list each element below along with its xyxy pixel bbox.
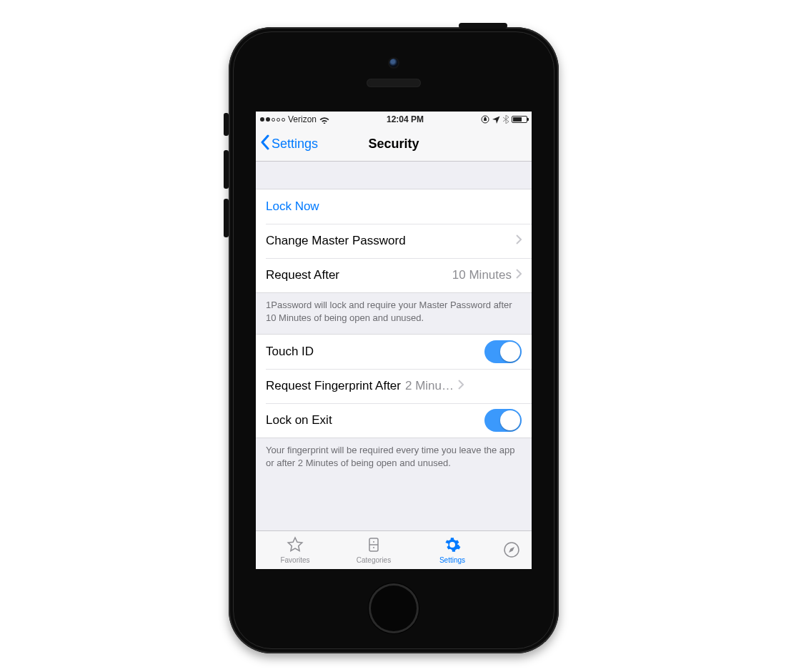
volume-up-button [224,150,229,189]
power-button [459,23,507,29]
status-bar: Verizon 12:04 PM [256,112,532,127]
chevron-left-icon [260,134,270,154]
tab-bar: Favorites Categories Settings [256,530,532,569]
tab-browser[interactable] [492,531,532,569]
volume-down-button [224,199,229,237]
row-lock-now[interactable]: Lock Now [256,189,532,224]
lock-now-label: Lock Now [266,199,319,214]
phone-frame: Verizon 12:04 PM [229,27,559,653]
lock-on-exit-label: Lock on Exit [266,413,332,428]
compass-icon [502,541,521,560]
row-request-fingerprint-after[interactable]: Request Fingerprint After 2 Minu… [256,369,532,403]
row-change-master-password[interactable]: Change Master Password [256,224,532,258]
categories-icon [364,536,383,555]
group1-footer: 1Password will lock and require your Mas… [256,293,532,334]
fingerprint-after-value: 2 Minu… [405,379,454,393]
tab-label: Settings [439,556,465,564]
row-request-after[interactable]: Request After 10 Minutes [256,258,532,292]
location-icon [492,116,500,124]
mute-switch [224,113,229,136]
wifi-icon [319,116,329,124]
row-touch-id: Touch ID [256,335,532,369]
home-button[interactable] [369,583,419,633]
tab-label: Categories [357,556,391,564]
tab-favorites[interactable]: Favorites [256,531,334,569]
earpiece-speaker [367,79,421,87]
tab-settings[interactable]: Settings [413,531,492,569]
fingerprint-after-label: Request Fingerprint After [266,379,401,393]
status-time: 12:04 PM [329,114,481,124]
orientation-lock-icon [481,115,489,124]
back-button[interactable]: Settings [260,134,318,154]
tab-categories[interactable]: Categories [334,531,413,569]
row-lock-on-exit: Lock on Exit [256,403,532,438]
svg-point-3 [373,541,374,543]
tab-label: Favorites [280,556,309,564]
back-label: Settings [272,137,318,152]
touch-id-toggle[interactable] [484,340,522,363]
svg-point-4 [373,547,374,548]
group-touch-id: Touch ID Request Fingerprint After 2 Min… [256,334,532,438]
change-master-label: Change Master Password [266,234,406,248]
navigation-bar: Settings Security [256,127,532,162]
settings-content: Lock Now Change Master Password Request … [256,162,532,530]
chevron-right-icon [458,379,464,393]
chevron-right-icon [516,268,522,282]
star-icon [286,536,304,555]
group2-footer: Your fingerprint will be required every … [256,438,532,479]
carrier-label: Verizon [288,114,317,124]
chevron-right-icon [516,234,522,248]
signal-strength-icon [260,117,285,122]
front-camera [389,59,398,67]
request-after-value: 10 Minutes [452,268,512,282]
gear-icon [443,536,462,555]
screen: Verizon 12:04 PM [256,112,532,569]
request-after-label: Request After [266,268,339,282]
lock-on-exit-toggle[interactable] [484,409,522,432]
group-master-password: Lock Now Change Master Password Request … [256,189,532,293]
touch-id-label: Touch ID [266,345,314,359]
bluetooth-icon [503,115,509,124]
battery-icon [512,116,527,123]
